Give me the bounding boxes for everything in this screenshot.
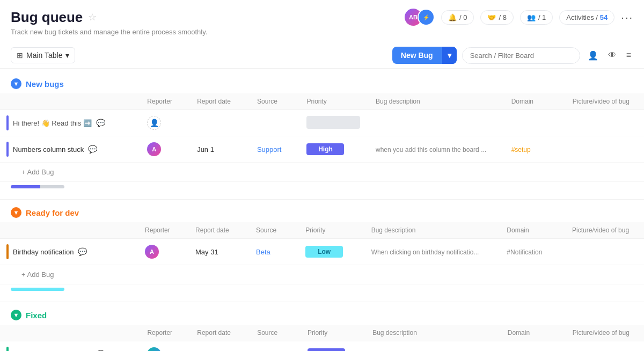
- source-link[interactable]: Support: [257, 145, 282, 153]
- page-subtitle: Track new bug tickets and manage the ent…: [11, 28, 633, 36]
- stat-handshake[interactable]: 🤝 / 8: [480, 10, 513, 25]
- chat-icon[interactable]: 💬: [88, 145, 97, 153]
- chat-icon[interactable]: 💬: [96, 119, 105, 127]
- bug-name-cell: Birthday notification 💬: [0, 239, 138, 265]
- section-new-bugs-title[interactable]: New bugs: [26, 79, 64, 89]
- handshake-icon: 🤝: [487, 13, 496, 21]
- table-row: Birthday notification 💬 A May 31 Beta: [0, 239, 644, 265]
- section-divider: [0, 302, 644, 302]
- people-icon: 👥: [527, 13, 536, 21]
- add-bug-row[interactable]: + Add Bug: [0, 265, 644, 284]
- col-header-name: [0, 93, 141, 110]
- content-area: ▼ New bugs Reporter Report date Source P…: [0, 69, 644, 351]
- progress-bar-cyan: [11, 288, 64, 291]
- col-header-desc: Bug description: [366, 325, 501, 341]
- domain-tag[interactable]: #Notification: [507, 248, 542, 256]
- source-cell: In-house: [251, 341, 301, 352]
- section-ready-title[interactable]: Ready for dev: [26, 208, 79, 217]
- bug-name[interactable]: Numbers column stuck: [13, 145, 84, 153]
- desc-cell: When clicking on birthday notificatio...: [365, 239, 501, 265]
- col-header-name: [0, 222, 138, 239]
- page-header: Bug queue ☆ AB ⚡ 🔔 / 0 🤝 / 8 👥 / 1 Activ…: [0, 0, 644, 36]
- section-new-bugs-header: ▼ New bugs: [0, 74, 644, 93]
- bug-name-cell: Hi there! 👋 Read this ➡️ 💬: [0, 110, 141, 136]
- chevron-down-icon: ▾: [65, 51, 69, 60]
- date-cell: May 31: [191, 341, 251, 352]
- row-color-bar: [6, 115, 9, 130]
- activities-pill[interactable]: Activities / 54: [559, 10, 614, 25]
- person-filter-button[interactable]: 👤: [586, 48, 601, 63]
- domain-tag[interactable]: #setup: [511, 146, 531, 153]
- progress-bars: [0, 284, 644, 296]
- new-bug-button[interactable]: New Bug ▾: [392, 47, 457, 64]
- section-ready-toggle[interactable]: ▼: [11, 207, 21, 218]
- date-cell: Jun 1: [191, 136, 251, 163]
- row-color-bar: [6, 244, 9, 259]
- add-bug-row[interactable]: + Add Bug: [0, 163, 644, 182]
- add-bug-label[interactable]: + Add Bug: [0, 265, 138, 284]
- col-header-date: Report date: [191, 325, 251, 341]
- source-cell: [251, 110, 301, 136]
- reporter-avatar: T: [147, 347, 161, 351]
- domain-cell: #Onboarding: [501, 341, 566, 352]
- source-link[interactable]: Beta: [256, 248, 270, 256]
- stat-notifications[interactable]: 🔔 / 0: [441, 10, 474, 25]
- col-header-priority: Priority: [301, 325, 366, 341]
- section-fixed-title[interactable]: Fixed: [26, 311, 47, 320]
- section-ready-for-dev: ▼ Ready for dev Reporter Report date Sou…: [0, 203, 644, 296]
- header-actions: AB ⚡ 🔔 / 0 🤝 / 8 👥 / 1 Activities / 54 ·…: [405, 9, 633, 26]
- reporter-cell: A: [141, 136, 191, 163]
- people-count: / 1: [538, 13, 546, 21]
- filter-button[interactable]: ≡: [624, 48, 633, 62]
- main-table-label: Main Table: [26, 51, 62, 60]
- source-cell: Support: [251, 136, 301, 163]
- section-divider: [0, 199, 644, 200]
- avatar-group: AB ⚡: [405, 9, 435, 26]
- section-new-bugs: ▼ New bugs Reporter Report date Source P…: [0, 74, 644, 194]
- new-bugs-table-container: Reporter Report date Source Priority Bug…: [0, 93, 644, 182]
- section-fixed-toggle[interactable]: ▼: [11, 310, 21, 320]
- toolbar-right: New Bug ▾ 👤 👁 ≡: [392, 47, 633, 64]
- picture-cell: [566, 341, 644, 352]
- col-header-desc: Bug description: [369, 93, 505, 110]
- table-row: Hi there! 👋 Read this ➡️ 💬 👤: [0, 110, 644, 136]
- col-header-date: Report date: [191, 93, 251, 110]
- handshake-count: / 8: [499, 13, 506, 21]
- toolbar: ⊞ Main Table ▾ New Bug ▾ 👤 👁 ≡: [0, 42, 644, 69]
- col-header-source: Source: [250, 222, 299, 239]
- col-header-desc: Bug description: [365, 222, 501, 239]
- eye-toggle-button[interactable]: 👁: [606, 48, 619, 62]
- new-bug-arrow[interactable]: ▾: [442, 47, 457, 64]
- bug-name[interactable]: Birthday notification: [13, 248, 74, 256]
- bug-description: when you add this column the board ...: [376, 146, 486, 153]
- search-input[interactable]: [462, 47, 580, 64]
- reporter-avatar: A: [145, 245, 159, 259]
- domain-cell: #Notification: [500, 239, 566, 265]
- ready-header-row: Reporter Report date Source Priority Bug…: [0, 222, 644, 239]
- reporter-avatar: A: [147, 142, 161, 156]
- more-options-button[interactable]: ···: [621, 11, 633, 24]
- section-new-bugs-toggle[interactable]: ▼: [11, 78, 21, 89]
- priority-badge: High: [306, 143, 344, 155]
- section-fixed-header: ▼ Fixed: [0, 305, 644, 325]
- col-header-name: [0, 325, 141, 341]
- progress-bar-blue: [11, 185, 40, 188]
- priority-badge: Low: [305, 246, 343, 258]
- bug-name-cell: Home page loading issue 💬: [0, 341, 141, 352]
- fixed-table-container: Reporter Report date Source Priority Bug…: [0, 325, 644, 351]
- stat-people[interactable]: 👥 / 1: [520, 10, 553, 25]
- new-bug-label: New Bug: [392, 47, 442, 64]
- priority-cell: High: [300, 136, 369, 163]
- bug-description: When clicking on birthday notificatio...: [371, 248, 479, 256]
- add-bug-label[interactable]: + Add Bug: [0, 163, 141, 182]
- priority-cell: [300, 110, 369, 136]
- activities-count: 54: [600, 13, 608, 21]
- notification-icon: 🔔: [448, 13, 457, 21]
- favorite-icon[interactable]: ☆: [88, 11, 97, 23]
- bug-name-cell: Numbers column stuck 💬: [0, 136, 141, 163]
- domain-cell: #setup: [505, 136, 566, 163]
- col-header-date: Report date: [189, 222, 250, 239]
- chat-icon[interactable]: 💬: [78, 247, 87, 256]
- bug-name[interactable]: Hi there! 👋 Read this ➡️: [13, 119, 92, 127]
- main-table-button[interactable]: ⊞ Main Table ▾: [11, 47, 75, 63]
